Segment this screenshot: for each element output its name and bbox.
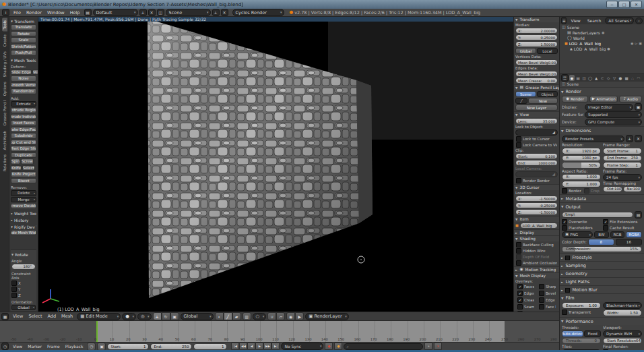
tool-button[interactable]: Extrude Individual	[11, 114, 36, 120]
render-audio-button[interactable]: ♪Audio	[619, 96, 642, 102]
gp-scene-toggle[interactable]: Scene	[515, 91, 536, 97]
tab-object-data[interactable]: ▽	[612, 75, 617, 81]
tool-button[interactable]: Scale	[11, 37, 36, 43]
editor-type-properties-button[interactable]: ☲	[561, 74, 569, 82]
overlay-face-marks-checkbox[interactable]: Face Ma	[539, 304, 556, 310]
menu-item[interactable]: View	[10, 344, 25, 349]
ambient-occlusion-checkbox[interactable]: Ambient Occlusion	[516, 260, 557, 266]
angle-field[interactable]: 180°	[11, 264, 36, 270]
3d-viewport[interactable]: Time:00:01.74 | Mem:791.47M, Peak:856.26…	[38, 17, 513, 312]
render-border-checkbox[interactable]: Render Border	[516, 178, 557, 183]
outliner-display-dropdown[interactable]: All Scenes	[605, 17, 633, 24]
opengl-render-anim-button[interactable]: ▶	[295, 312, 304, 320]
lock-to-cursor-checkbox[interactable]: Lock to Cursor	[516, 136, 557, 142]
panel-history-header[interactable]: History	[11, 218, 36, 223]
resolution-percentage-slider[interactable]: 50%	[562, 162, 601, 169]
transform-orientation-dropdown[interactable]: Global	[181, 313, 214, 320]
tool-button[interactable]: Translate	[11, 24, 36, 30]
panel-transform-header[interactable]: Transform	[11, 19, 36, 24]
panel-sampling-header[interactable]: Sampling	[560, 261, 644, 269]
vertex-bevel-weight-field[interactable]: Mean Bevel Weig0.00	[515, 59, 558, 65]
outliner-view-menu[interactable]: View	[568, 18, 583, 23]
color-rgb-button[interactable]: RGB	[610, 231, 625, 238]
panel-view-header[interactable]: View	[514, 111, 559, 117]
tool-button-knife-select[interactable]: Select	[22, 165, 35, 171]
selectability-arrow-icon[interactable]: ▻	[635, 42, 637, 45]
tab-render-layers[interactable]: ▤	[575, 75, 581, 81]
menu-item[interactable]: Help	[67, 10, 83, 16]
timeline-start-field[interactable]: Start:1	[107, 343, 149, 350]
panel-weight-tools-header[interactable]: Weight Tools	[11, 211, 36, 216]
hidden-wire-checkbox[interactable]: Hidden Wire	[516, 248, 557, 254]
maximize-button[interactable]: □	[618, 1, 630, 8]
outliner-row-renderlayers[interactable]: ▤ RenderLayers ◉	[560, 30, 644, 35]
clip-start-field[interactable]: Start:0.100	[515, 153, 558, 159]
panel-performance-header[interactable]: Performance	[560, 317, 644, 325]
tool-button-spin[interactable]: Spin	[11, 158, 20, 165]
overlay-bevel-checkbox[interactable]: Bevel	[539, 291, 556, 296]
menu-item[interactable]: Frame	[44, 344, 63, 349]
exposure-field[interactable]: Exposure:1.00	[562, 302, 601, 309]
panel-mesh-display-header[interactable]: Mesh Display	[514, 272, 559, 278]
menu-item[interactable]: View	[10, 314, 26, 319]
tool-button[interactable]: Push/Pull	[11, 50, 36, 56]
encode-mesh-widget-button[interactable]: Encode Mesh Widge...	[11, 230, 36, 236]
render-presets-dropdown[interactable]: Render Presets	[562, 136, 624, 142]
jump-to-end-button[interactable]: ▶|	[271, 343, 280, 350]
tab-material[interactable]: ●	[618, 75, 623, 81]
local-toggle[interactable]: Local	[537, 48, 558, 54]
gp-new-layer-button[interactable]: New Layer	[515, 105, 558, 111]
cursor-y-field[interactable]: Y:-0.25000	[515, 202, 558, 208]
tool-button[interactable]: Noise	[11, 76, 36, 82]
device-dropdown[interactable]: GPU Compute	[585, 119, 642, 125]
panel-grease-pencil-header[interactable]: ▤Grease Pencil Layers	[514, 84, 559, 90]
transparent-checkbox[interactable]: Transparent	[562, 310, 601, 315]
render-engine-dropdown[interactable]: Cycles Render	[232, 9, 284, 16]
overlay-creases-checkbox[interactable]: Creases	[517, 297, 534, 303]
merge-dropdown[interactable]: Merge	[11, 197, 36, 203]
remap-old-field[interactable]: Old:100	[603, 186, 622, 193]
file-format-dropdown[interactable]: ▣PNG	[562, 231, 593, 238]
editor-type-timeline-button[interactable]: ◷	[1, 343, 9, 350]
tab-constraints[interactable]: ⊂	[600, 75, 605, 81]
panel-item-header[interactable]: Item	[514, 216, 559, 222]
manipulator-rotate-button[interactable]: ↻	[162, 312, 170, 320]
minimize-button[interactable]: −	[606, 1, 618, 8]
tool-button[interactable]: Duplicate	[11, 152, 36, 158]
limit-to-visible-button[interactable]: ▥	[243, 312, 251, 320]
frame-rate-dropdown[interactable]: 24 fps	[603, 174, 642, 181]
tool-button[interactable]: Shrink/Fatten	[11, 44, 36, 50]
tool-button-remove-doubles[interactable]: Remove Doubles	[11, 203, 36, 209]
tool-button-vertex-slide[interactable]: Vertex	[32, 69, 38, 76]
panel-motion-blur-header[interactable]: Motion Blur	[560, 285, 644, 293]
outliner-row-scene[interactable]: ◫ Scene	[560, 24, 644, 30]
cursor-x-field[interactable]: X:-1.50000	[515, 196, 558, 202]
screen-layout-dropdown[interactable]: Default	[93, 9, 138, 16]
sync-dropdown[interactable]: No Sync	[281, 343, 323, 350]
operator-rotate-header[interactable]: Rotate	[11, 252, 36, 257]
tool-button[interactable]: Offset Edge Slide	[11, 146, 36, 152]
mode-dropdown[interactable]: ▦Edit Mode	[77, 313, 121, 320]
resolution-x-field[interactable]: X:1920 px	[562, 148, 601, 154]
remap-new-field[interactable]: Ne:100	[623, 186, 643, 193]
lock-object-field[interactable]: ◢	[515, 129, 558, 136]
timeline-end-field[interactable]: End:250	[150, 343, 192, 350]
panel-output-header[interactable]: Output	[560, 202, 644, 210]
panel-shading-header[interactable]: Shading	[514, 235, 559, 241]
preset-delete-button[interactable]: ✕	[635, 135, 642, 142]
tab-world[interactable]: ◯	[587, 75, 593, 81]
panel-display-header[interactable]: Display	[514, 229, 559, 235]
menu-item[interactable]: Marker	[25, 344, 44, 349]
overwrite-checkbox[interactable]: Overwrite	[562, 219, 601, 225]
extrude-dropdown[interactable]: Extrude	[11, 101, 36, 107]
overlay-faces-checkbox[interactable]: Faces	[517, 284, 534, 289]
outliner-row-mesh[interactable]: ▲ LOD_A_Wall_big ●	[560, 46, 644, 51]
auto-keyframe-button[interactable]: ●	[334, 343, 342, 350]
filter-width-field[interactable]: Width:1.50	[603, 310, 642, 316]
previous-keyframe-button[interactable]: ◀◀	[239, 343, 247, 350]
render-layer-pill[interactable]: ▣RenderLayer	[305, 313, 348, 320]
outliner-row-world[interactable]: ◯ World	[560, 35, 644, 40]
tool-button[interactable]: Knife Project	[11, 171, 36, 177]
toolshelf-tab-shading-uvs[interactable]: Shading / UVs	[2, 49, 7, 79]
preview-range-button[interactable]: ◷	[87, 343, 96, 351]
